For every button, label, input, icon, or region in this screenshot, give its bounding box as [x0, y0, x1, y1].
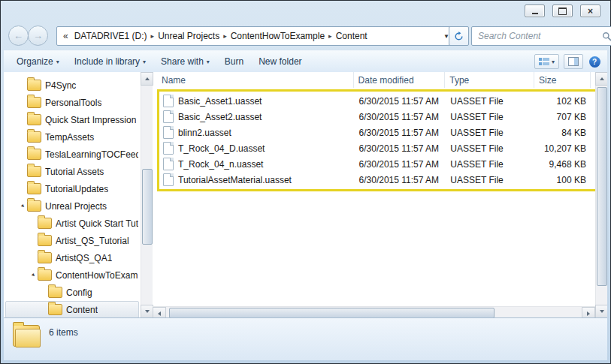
- breadcrumb-overflow-chevron-icon[interactable]: «: [63, 31, 68, 41]
- navigation-bar: ← → « DATADRIVE1 (D:)▸Unreal Projects▸Co…: [4, 26, 607, 46]
- toolbar-item-organize[interactable]: Organize▾: [10, 53, 66, 70]
- column-header-date-modified[interactable]: Date modified: [354, 72, 446, 88]
- horizontal-scroll-thumb[interactable]: [169, 308, 495, 318]
- table-row[interactable]: TutorialAssetMaterial.uasset6/30/2015 11…: [159, 172, 595, 188]
- tree-item-artist-qs-tutorial[interactable]: Artist_QS_Tutorial: [5, 232, 139, 249]
- date-modified-cell: 6/30/2015 11:57 AM: [356, 128, 448, 138]
- tree-item-tutorialupdates[interactable]: TutorialUpdates: [5, 180, 139, 197]
- tree-item-label: TutorialUpdates: [45, 184, 108, 194]
- close-button[interactable]: ×: [580, 5, 600, 17]
- column-header-size[interactable]: Size: [534, 72, 591, 88]
- chevron-down-icon: ▾: [56, 59, 59, 65]
- table-row[interactable]: blinn2.uasset6/30/2015 11:57 AMUASSET Fi…: [159, 125, 595, 140]
- tree-item-quick-start-impression[interactable]: Quick Start Impression: [5, 111, 139, 128]
- name-cell: TutorialAssetMaterial.uasset: [159, 173, 356, 186]
- horizontal-scroll-track[interactable]: [166, 307, 582, 318]
- tree-item-artistqs-qa1[interactable]: ArtistQS_QA1: [5, 249, 139, 266]
- preview-pane-button[interactable]: [564, 54, 583, 69]
- maximize-button[interactable]: [552, 5, 573, 17]
- back-icon: ←: [14, 30, 23, 41]
- scroll-up-button[interactable]: [595, 72, 607, 86]
- refresh-button[interactable]: [449, 26, 469, 46]
- table-row[interactable]: Basic_Asset1.uasset6/30/2015 11:57 AMUAS…: [159, 93, 595, 109]
- tree-item-config[interactable]: Config: [5, 284, 139, 301]
- tree-item-tempassets[interactable]: TempAssets: [5, 128, 139, 146]
- breadcrumb-segment-contenthowtoexample[interactable]: ContentHowToExample: [227, 31, 328, 41]
- toolbar-item-label: Burn: [225, 56, 243, 67]
- change-view-button[interactable]: ▾: [534, 54, 559, 69]
- tree-item-personaltools[interactable]: PersonalTools: [5, 94, 139, 111]
- status-bar: 6 items: [4, 317, 607, 360]
- search-icon[interactable]: [602, 32, 611, 41]
- file-icon: [163, 95, 174, 107]
- scroll-down-button[interactable]: [141, 305, 153, 318]
- folder-icon: [27, 200, 41, 212]
- toolbar-item-include-in-library[interactable]: Include in library▾: [68, 53, 153, 70]
- toolbar-item-label: Include in library: [74, 56, 140, 67]
- tree-item-label: TempAssets: [45, 132, 94, 143]
- toolbar-item-burn[interactable]: Burn: [218, 53, 250, 70]
- folder-icon: [27, 149, 41, 160]
- scroll-left-button[interactable]: [153, 307, 166, 318]
- folder-icon: [48, 287, 62, 298]
- column-header-type[interactable]: Type: [445, 72, 534, 88]
- help-icon: ?: [589, 56, 600, 68]
- breadcrumb-segment-datadrive1-d[interactable]: DATADRIVE1 (D:): [71, 31, 151, 41]
- type-cell: UASSET File: [447, 96, 537, 107]
- highlight-box: Basic_Asset1.uasset6/30/2015 11:57 AMUAS…: [157, 89, 595, 191]
- window-controls: ×: [525, 5, 600, 17]
- sidebar-scrollbar[interactable]: [141, 72, 153, 318]
- file-name: Basic_Asset1.uasset: [178, 96, 262, 107]
- file-icon: [163, 173, 174, 186]
- tree-item-label: ArtistQS_QA1: [56, 253, 112, 263]
- toolbar-item-share-with[interactable]: Share with▾: [154, 53, 216, 70]
- table-row[interactable]: T_Rock_04_n.uasset6/30/2015 11:57 AMUASS…: [159, 156, 595, 172]
- tree-item-label: PersonalTools: [45, 98, 101, 108]
- folder-icon: [27, 80, 41, 91]
- tree-item-teslalearningtocfeed[interactable]: TeslaLearningTOCFeed: [5, 146, 139, 163]
- command-toolbar: Organize▾Include in library▾Share with▾B…: [4, 50, 607, 73]
- search-box[interactable]: [471, 26, 611, 46]
- tree-item-p4sync[interactable]: P4Sync: [5, 77, 139, 94]
- scroll-down-button[interactable]: [595, 305, 607, 318]
- triangle-down-icon: [145, 310, 150, 315]
- back-button[interactable]: ←: [8, 26, 29, 46]
- folder-icon: [48, 304, 62, 315]
- titlebar[interactable]: ×: [2, 2, 609, 23]
- content-scrollbar[interactable]: [595, 72, 607, 318]
- help-button[interactable]: ?: [588, 55, 601, 68]
- file-name: T_Rock_04_n.uasset: [178, 159, 263, 170]
- tree-item-content[interactable]: Content: [5, 301, 139, 318]
- triangle-right-icon: [587, 311, 592, 316]
- scroll-up-button[interactable]: [141, 72, 153, 86]
- sidebar-scroll-thumb[interactable]: [142, 169, 153, 245]
- breadcrumb-segment-content[interactable]: Content: [332, 31, 371, 41]
- horizontal-scrollbar[interactable]: [153, 306, 595, 318]
- toolbar-item-new-folder[interactable]: New folder: [252, 53, 308, 70]
- content-scroll-thumb[interactable]: [597, 87, 607, 286]
- table-row[interactable]: Basic_Asset2.uasset6/30/2015 11:57 AMUAS…: [159, 109, 595, 125]
- tree-item-artist-quick-start-tut[interactable]: Artist Quick Start Tut: [5, 215, 139, 232]
- tree-item-contenthowtoexam[interactable]: ▸ContentHowToExam: [5, 266, 139, 284]
- minimize-button[interactable]: [525, 5, 545, 17]
- folder-icon: [27, 166, 41, 177]
- size-cell: 9,468 KB: [537, 159, 595, 170]
- sidebar-scroll-track[interactable]: [141, 86, 153, 305]
- folder-icon: [27, 131, 41, 143]
- tree-item-tutorial-assets[interactable]: Tutorial Assets: [5, 163, 139, 180]
- table-row[interactable]: T_Rock_04_D.uasset6/30/2015 11:57 AMUASS…: [159, 140, 595, 156]
- name-cell: T_Rock_04_D.uasset: [159, 142, 356, 155]
- address-bar[interactable]: « DATADRIVE1 (D:)▸Unreal Projects▸Conten…: [56, 26, 456, 46]
- size-cell: 707 KB: [537, 112, 595, 122]
- file-rows: Basic_Asset1.uasset6/30/2015 11:57 AMUAS…: [159, 92, 595, 189]
- search-input[interactable]: [476, 30, 602, 42]
- forward-button[interactable]: →: [28, 26, 48, 46]
- breadcrumb-segment-unreal-projects[interactable]: Unreal Projects: [154, 31, 223, 41]
- column-header-name[interactable]: Name: [157, 72, 354, 88]
- scroll-right-button[interactable]: [582, 307, 595, 318]
- folder-icon: [38, 269, 52, 281]
- type-cell: UASSET File: [447, 159, 537, 170]
- content-scroll-track[interactable]: [596, 86, 607, 305]
- tree-item-label: Tutorial Assets: [45, 167, 104, 177]
- tree-item-unreal-projects[interactable]: ▸Unreal Projects: [5, 197, 139, 215]
